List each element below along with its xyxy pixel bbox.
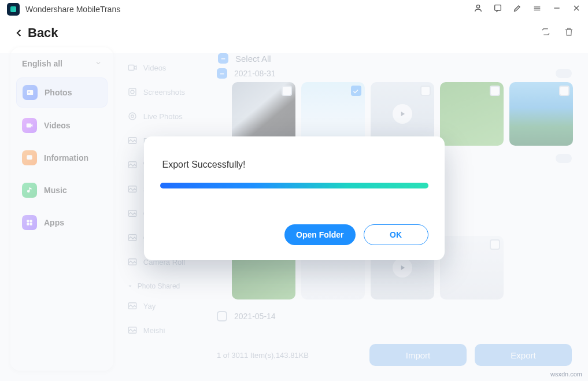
svg-rect-1: [495, 5, 501, 10]
open-folder-label: Open Folder: [296, 230, 343, 239]
export-success-dialog: Export Successfully! Open Folder OK: [144, 136, 445, 260]
open-folder-button[interactable]: Open Folder: [284, 224, 355, 245]
back-label: Back: [28, 25, 58, 40]
account-icon[interactable]: [474, 3, 483, 15]
delete-icon[interactable]: [564, 27, 574, 39]
edit-icon[interactable]: [513, 3, 522, 15]
refresh-icon[interactable]: [541, 27, 551, 39]
back-button[interactable]: Back: [14, 25, 58, 40]
back-bar: Back: [0, 19, 588, 47]
app-title: Wondershare MobileTrans: [25, 5, 120, 14]
minimize-icon[interactable]: [552, 3, 561, 15]
close-icon[interactable]: [572, 3, 581, 15]
ok-label: OK: [390, 230, 402, 239]
title-bar: Wondershare MobileTrans: [0, 0, 588, 19]
app-logo: [7, 3, 20, 16]
progress-bar: [160, 183, 428, 188]
dialog-title: Export Successfully!: [160, 160, 428, 170]
svg-point-0: [476, 5, 479, 8]
menu-icon[interactable]: [532, 3, 542, 15]
feedback-icon[interactable]: [493, 3, 502, 15]
ok-button[interactable]: OK: [364, 224, 428, 245]
watermark: wsxdn.com: [550, 371, 582, 378]
